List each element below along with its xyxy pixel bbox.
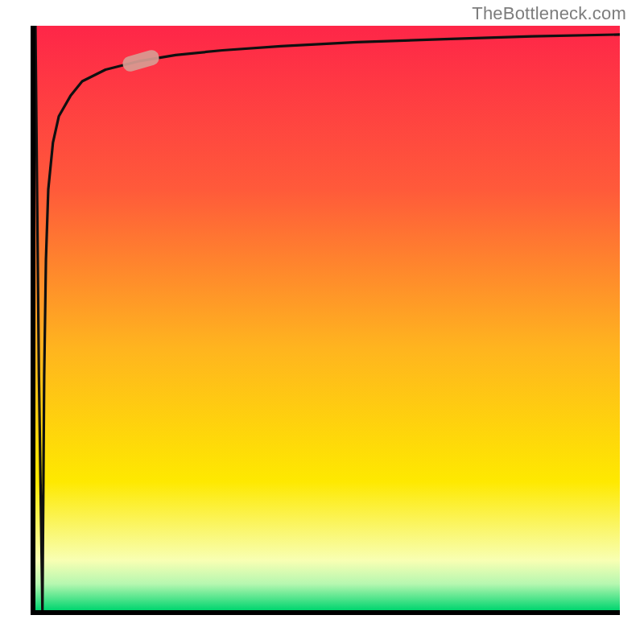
x-axis: [31, 610, 620, 615]
branding-label: TheBottleneck.com: [472, 3, 626, 24]
curve-line: [35, 26, 620, 610]
chart-stage: TheBottleneck.com: [0, 0, 644, 644]
